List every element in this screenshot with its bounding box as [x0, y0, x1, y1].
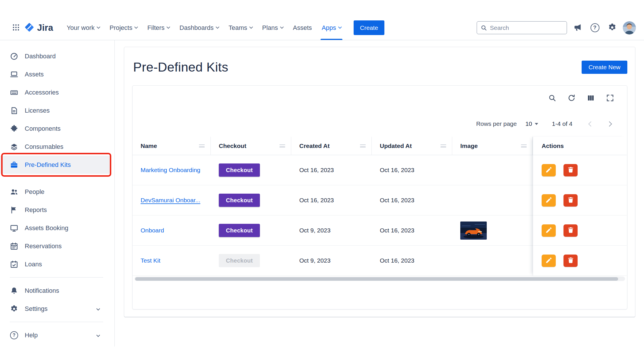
- laptop-icon: [10, 70, 18, 79]
- edit-button[interactable]: [542, 194, 556, 207]
- create-new-button[interactable]: Create New: [582, 61, 627, 74]
- sidebar-item-consumables[interactable]: Consumables: [0, 138, 114, 156]
- help-button[interactable]: ?: [588, 21, 601, 34]
- sidebar-item-reports[interactable]: Reports: [0, 201, 114, 219]
- chevron-down-icon: [166, 25, 170, 29]
- user-avatar[interactable]: [623, 21, 636, 34]
- pagination-prev-button[interactable]: [585, 118, 597, 130]
- column-header-created-at: Created At: [291, 137, 372, 155]
- settings-button[interactable]: [605, 21, 619, 34]
- sidebar: Dashboard Assets Accessories Licenses Co…: [0, 40, 115, 346]
- column-header-actions: Actions: [533, 137, 627, 155]
- sidebar-item-people[interactable]: People: [0, 183, 114, 201]
- image-cell: [452, 185, 533, 215]
- pagination-next-button[interactable]: [603, 118, 615, 130]
- checkout-cell: Checkout: [211, 246, 291, 276]
- pagination-range: 1-4 of 4: [552, 120, 572, 127]
- sidebar-item-notifications[interactable]: Notifications: [0, 282, 114, 300]
- checkout-button[interactable]: Checkout: [219, 163, 260, 177]
- edit-button[interactable]: [542, 164, 556, 176]
- nav-item-plans[interactable]: Plans: [257, 16, 288, 40]
- kit-name-link[interactable]: Test Kit: [141, 257, 160, 264]
- chevron-down-icon: [135, 25, 138, 29]
- puzzle-icon: [10, 124, 18, 133]
- create-button[interactable]: Create: [354, 20, 384, 35]
- top-navigation-bar: Jira Your work Projects Filters Dashboar…: [0, 16, 644, 40]
- rows-per-page-select[interactable]: 10: [525, 120, 538, 127]
- column-resize-handle-icon[interactable]: [360, 145, 366, 147]
- sidebar-item-assets[interactable]: Assets: [0, 65, 114, 83]
- column-resize-handle-icon[interactable]: [440, 145, 446, 147]
- grid-refresh-button[interactable]: [567, 93, 576, 103]
- speedometer-icon: [10, 52, 18, 61]
- grid-columns-button[interactable]: [586, 93, 596, 103]
- page-title: Pre-Defined Kits: [133, 60, 228, 75]
- sidebar-item-help[interactable]: ? Help: [0, 326, 114, 344]
- fullscreen-icon: [606, 94, 614, 103]
- horizontal-scrollbar[interactable]: [135, 277, 618, 281]
- edit-button[interactable]: [542, 255, 556, 267]
- search-input[interactable]: [490, 24, 563, 31]
- nav-item-apps[interactable]: Apps: [317, 16, 346, 40]
- grid-body: Name Checkout Created At Updated At Imag…: [133, 137, 627, 276]
- sidebar-divider: [10, 277, 103, 278]
- delete-button[interactable]: [564, 194, 578, 207]
- briefcase-icon: [10, 161, 18, 169]
- megaphone-icon: [573, 23, 582, 33]
- sidebar-item-dashboard[interactable]: Dashboard: [0, 47, 114, 65]
- edit-button[interactable]: [542, 224, 556, 237]
- checkout-button[interactable]: Checkout: [219, 194, 260, 207]
- table-row: DevSamurai Onboar... Checkout Oct 16, 20…: [133, 185, 533, 215]
- sidebar-item-reservations[interactable]: Reservations: [0, 237, 114, 255]
- checkout-cell: Checkout: [211, 215, 291, 245]
- nav-item-assets[interactable]: Assets: [288, 16, 317, 40]
- kit-name-link[interactable]: DevSamurai Onboar...: [141, 197, 200, 204]
- delete-button[interactable]: [564, 255, 578, 267]
- image-cell: [452, 155, 533, 185]
- name-cell: Onboard: [133, 215, 211, 245]
- chevron-down-icon: [216, 25, 219, 29]
- sidebar-item-label: Assets: [25, 71, 44, 78]
- grid-fullscreen-button[interactable]: [605, 93, 615, 103]
- sidebar-item-settings[interactable]: Settings: [0, 300, 114, 318]
- sidebar-item-loans[interactable]: Loans: [0, 255, 114, 273]
- sidebar-item-licenses[interactable]: Licenses: [0, 101, 114, 120]
- nav-item-filters[interactable]: Filters: [142, 16, 175, 40]
- sidebar-item-label: Reports: [25, 206, 47, 214]
- nav-item-projects[interactable]: Projects: [105, 16, 142, 40]
- announcements-button[interactable]: [571, 21, 584, 34]
- chevron-down-icon: [280, 25, 284, 29]
- sidebar-item-accessories[interactable]: Accessories: [0, 83, 114, 101]
- trash-icon: [567, 196, 574, 205]
- nav-item-your-work[interactable]: Your work: [62, 16, 105, 40]
- sidebar-item-label: Consumables: [25, 143, 64, 151]
- search-icon: [480, 24, 487, 31]
- grid-header-row: Name Checkout Created At Updated At Imag…: [133, 137, 533, 155]
- kit-name-link[interactable]: Onboard: [141, 227, 164, 234]
- kit-image-thumbnail[interactable]: [460, 222, 487, 240]
- column-resize-handle-icon[interactable]: [279, 145, 285, 147]
- column-resize-handle-icon[interactable]: [521, 145, 527, 147]
- sidebar-item-components[interactable]: Components: [0, 120, 114, 138]
- nav-item-dashboards[interactable]: Dashboards: [175, 16, 224, 40]
- updated-at-cell: Oct 16, 2023: [372, 215, 452, 245]
- checkout-cell: Checkout: [211, 185, 291, 215]
- column-resize-handle-icon[interactable]: [199, 145, 205, 147]
- nav-item-teams[interactable]: Teams: [224, 16, 257, 40]
- column-header-updated-at: Updated At: [372, 137, 452, 155]
- primary-navigation: Your work Projects Filters Dashboards Te…: [62, 16, 346, 40]
- chevron-right-icon: [607, 121, 612, 126]
- chevron-down-icon: [338, 25, 342, 29]
- delete-button[interactable]: [564, 164, 578, 176]
- sidebar-item-label: Dashboard: [25, 53, 56, 60]
- sidebar-item-assets-booking[interactable]: Assets Booking: [0, 219, 114, 237]
- updated-at-cell: Oct 16, 2023: [372, 246, 452, 276]
- app-switcher-button[interactable]: [10, 22, 22, 34]
- grid-search-button[interactable]: [547, 93, 557, 103]
- sidebar-item-pre-defined-kits[interactable]: Pre-Defined Kits: [0, 156, 111, 174]
- jira-logo[interactable]: Jira: [24, 22, 53, 34]
- kit-name-link[interactable]: Marketing Onboarding: [141, 167, 200, 174]
- columns-icon: [586, 94, 595, 103]
- checkout-button[interactable]: Checkout: [219, 224, 260, 237]
- delete-button[interactable]: [564, 224, 578, 237]
